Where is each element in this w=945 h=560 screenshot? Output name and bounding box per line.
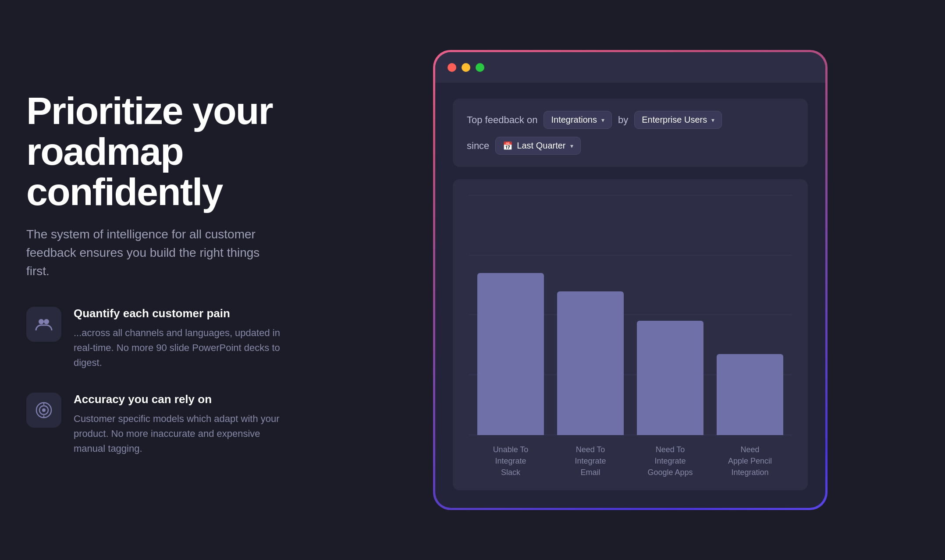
filter-bar: Top feedback on Integrations ▾ by Enterp… bbox=[453, 99, 808, 167]
bar-group-3 bbox=[717, 195, 783, 435]
chart-labels-area: Unable ToIntegrateSlackNeed ToIntegrateE… bbox=[469, 444, 792, 478]
traffic-light-yellow[interactable] bbox=[462, 63, 470, 72]
filter-row-1: Top feedback on Integrations ▾ by Enterp… bbox=[467, 111, 794, 129]
bar-group-1 bbox=[557, 195, 624, 435]
chart-label-3: NeedApple PencilIntegration bbox=[717, 444, 783, 478]
svg-point-0 bbox=[39, 319, 44, 324]
traffic-light-green[interactable] bbox=[476, 63, 484, 72]
bar-group-2 bbox=[637, 195, 703, 435]
feature-text-accuracy: Accuracy you can rely on Customer specif… bbox=[74, 393, 281, 456]
right-panel: Top feedback on Integrations ▾ by Enterp… bbox=[307, 0, 945, 560]
subtitle: The system of intelligence for all custo… bbox=[26, 225, 281, 280]
filter-prefix: Top feedback on bbox=[467, 114, 537, 126]
topic-dropdown[interactable]: Integrations ▾ bbox=[544, 111, 612, 129]
traffic-light-red[interactable] bbox=[448, 63, 456, 72]
since-label: since bbox=[467, 140, 489, 152]
bar-2 bbox=[637, 321, 703, 435]
feature-quantify: Quantify each customer pain ...across al… bbox=[26, 307, 281, 370]
by-label: by bbox=[618, 114, 628, 126]
bar-0 bbox=[477, 273, 544, 435]
browser-inner: Top feedback on Integrations ▾ by Enterp… bbox=[435, 52, 825, 508]
left-panel: Prioritize your roadmap confidently The … bbox=[0, 0, 307, 560]
chart-container: Unable ToIntegrateSlackNeed ToIntegrateE… bbox=[453, 179, 808, 490]
svg-point-1 bbox=[44, 319, 49, 324]
users-icon bbox=[35, 315, 53, 333]
chart-label-0: Unable ToIntegrateSlack bbox=[477, 444, 544, 478]
chart-label-1: Need ToIntegrateEmail bbox=[557, 444, 624, 478]
bar-3 bbox=[717, 354, 783, 435]
feature-icon-quantify bbox=[26, 307, 61, 342]
target-icon bbox=[35, 401, 53, 419]
bar-group-0 bbox=[477, 195, 544, 435]
segment-dropdown[interactable]: Enterprise Users ▾ bbox=[634, 111, 722, 129]
chart-area bbox=[469, 195, 792, 444]
bar-1 bbox=[557, 291, 624, 435]
bars-wrapper bbox=[469, 195, 792, 435]
browser-chrome bbox=[435, 52, 825, 83]
browser-window: Top feedback on Integrations ▾ by Enterp… bbox=[433, 50, 828, 510]
chart-label-2: Need ToIntegrateGoogle Apps bbox=[637, 444, 703, 478]
feature-icon-accuracy bbox=[26, 393, 61, 428]
feature-text-quantify: Quantify each customer pain ...across al… bbox=[74, 307, 281, 370]
feature-accuracy: Accuracy you can rely on Customer specif… bbox=[26, 393, 281, 456]
main-headline: Prioritize your roadmap confidently bbox=[26, 91, 281, 212]
browser-content: Top feedback on Integrations ▾ by Enterp… bbox=[435, 83, 825, 508]
svg-point-4 bbox=[42, 408, 46, 412]
filter-row-2: since 📅 Last Quarter ▾ bbox=[467, 137, 794, 155]
time-dropdown[interactable]: 📅 Last Quarter ▾ bbox=[495, 137, 580, 155]
